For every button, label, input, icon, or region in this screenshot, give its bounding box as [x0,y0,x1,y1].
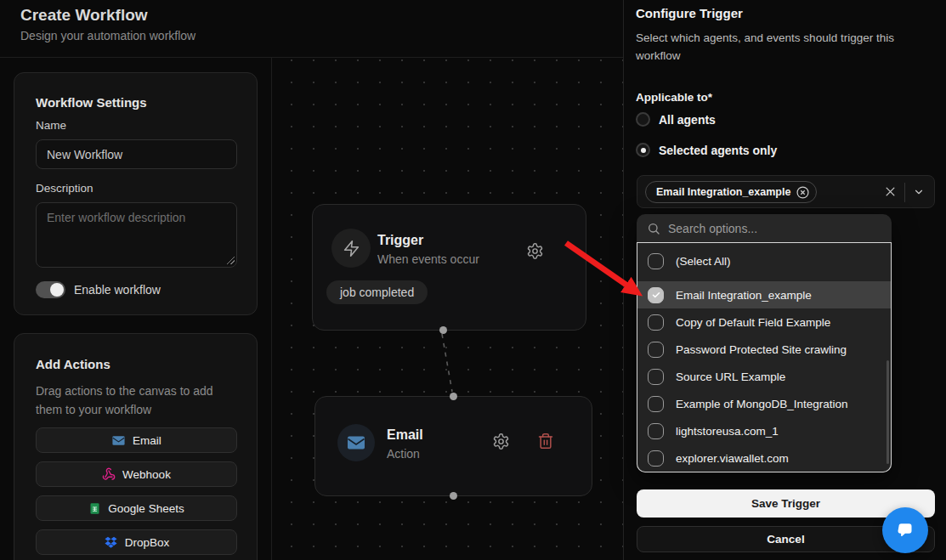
email-node-icon-wrap [337,424,375,461]
chevron-down-icon[interactable] [912,186,926,201]
action-label: DropBox [125,536,170,549]
option-password-protected-site-crawling[interactable]: Password Protected Site crawling [637,336,891,363]
lightning-icon [343,240,360,257]
option-select-all[interactable]: (Select All) [637,247,891,274]
action-webhook-button[interactable]: Webhook [36,461,237,487]
selected-agent-chip: Email Integration_example [645,181,817,203]
panel-description: Select which agents, and events should t… [636,29,932,65]
option-label: Password Protected Site crawling [676,343,847,356]
option-label: (Select All) [676,255,731,268]
workflow-description-textarea[interactable] [36,202,237,268]
google-sheets-icon [88,502,101,515]
email-icon [346,433,366,453]
option-label: Copy of Default Field Example [676,316,830,329]
trigger-node-title: Trigger [377,233,423,248]
email-output-handle[interactable] [450,492,457,500]
option-label: Example of MongoDB_Integration [676,398,848,410]
option-label: Email Integration_example [676,289,812,302]
chip-remove-icon[interactable] [796,185,810,200]
trigger-settings-button[interactable] [526,242,544,263]
workflow-name-input[interactable] [36,139,237,169]
checkbox-icon [648,314,664,331]
option-copy-of-default-field-example[interactable]: Copy of Default Field Example [637,308,891,336]
email-input-handle[interactable] [450,393,457,400]
checkbox-icon [648,253,664,269]
action-label: Email [133,434,161,447]
option-lightstoreusa-com-1[interactable]: lightstoreusa.com_1 [637,417,891,444]
email-node-title: Email [387,427,423,443]
applicable-to-label: Applicable to* [636,91,712,104]
trigger-node[interactable]: Trigger When events occur job completed [312,204,586,331]
dropdown-search-row [637,214,892,242]
workflow-canvas[interactable]: Trigger When events occur job completed … [273,58,623,560]
option-label: lightstoreusa.com_1 [676,425,779,438]
workflow-settings-title: Workflow Settings [36,95,147,110]
checkbox-icon [648,450,664,467]
radio-selected-agents-only[interactable]: Selected agents only [636,143,777,157]
description-label: Description [36,182,93,195]
radio-circle [636,143,650,157]
action-email-button[interactable]: Email [36,427,237,453]
description-field-wrap [36,202,237,268]
create-workflow-app: Create Workflow Design your automation w… [0,0,946,560]
action-dropbox-button[interactable]: DropBox [36,529,237,555]
page-header: Create Workflow Design your automation w… [0,0,623,58]
option-label: Source URL Example [676,371,785,383]
enable-workflow-label: Enable workflow [74,283,161,297]
trigger-output-handle[interactable] [439,326,447,334]
email-action-node[interactable]: Email Action [314,396,592,496]
toggle-knob [50,283,64,297]
agents-multiselect[interactable]: Email Integration_example [637,175,935,208]
radio-all-agents[interactable]: All agents [636,112,716,127]
option-label: explorer.viawallet.com [676,452,789,465]
checkbox-icon [648,369,664,385]
page-title: Create Workflow [20,6,148,25]
enable-workflow-toggle[interactable] [36,281,65,298]
add-actions-title: Add Actions [36,357,110,371]
action-label: Webhook [122,468,171,481]
checkbox-icon [648,423,664,439]
trash-icon [537,433,554,450]
email-icon [111,433,126,448]
checkbox-icon [648,342,664,358]
chip-label: Email Integration_example [656,186,790,198]
add-actions-card: Add Actions Drag actions to the canvas t… [14,333,258,560]
configure-trigger-panel: Configure Trigger Select which agents, a… [623,0,946,560]
clear-selection-icon[interactable] [884,185,897,201]
checkbox-icon [648,396,664,412]
control-divider [904,183,905,202]
option-example-of-mongodb-integration[interactable]: Example of MongoDB_Integration [637,390,891,417]
dropdown-scrollbar[interactable] [887,360,889,464]
option-source-url-example[interactable]: Source URL Example [637,363,891,390]
enable-workflow-row: Enable workflow [36,281,161,298]
search-icon [647,222,660,235]
option-email-integration-example[interactable]: Email Integration_example [637,281,891,308]
dropdown-options-list: (Select All) Email Integration_example C… [637,242,892,472]
email-delete-button[interactable] [537,433,554,453]
options-search-input[interactable] [668,222,881,235]
action-label: Google Sheets [108,502,184,515]
chat-bubble-icon [893,518,917,542]
radio-label: All agents [659,113,716,127]
gear-icon [492,433,510,450]
add-actions-subtitle: Drag actions to the canvas to add them t… [36,382,240,419]
action-google-sheets-button[interactable]: Google Sheets [36,495,237,521]
email-settings-button[interactable] [492,433,510,454]
trigger-event-tag: job completed [326,280,428,304]
agents-dropdown: (Select All) Email Integration_example C… [637,214,892,472]
email-node-subtitle: Action [387,447,420,461]
panel-title: Configure Trigger [636,6,743,20]
trigger-node-icon-wrap [331,229,371,268]
radio-circle [636,112,650,127]
dropbox-icon [104,535,118,550]
textarea-resize-handle[interactable] [227,257,235,264]
option-explorer-viawallet-com[interactable]: explorer.viawallet.com [637,444,891,472]
radio-label: Selected agents only [659,144,777,157]
chat-widget-button[interactable] [882,507,928,553]
gear-icon [526,242,544,260]
checkbox-checked-icon [648,287,664,303]
name-label: Name [36,119,66,132]
page-subtitle: Design your automation workflow [20,29,195,42]
webhook-icon [102,467,116,481]
workflow-settings-card: Workflow Settings Name Description Enabl… [14,72,258,315]
